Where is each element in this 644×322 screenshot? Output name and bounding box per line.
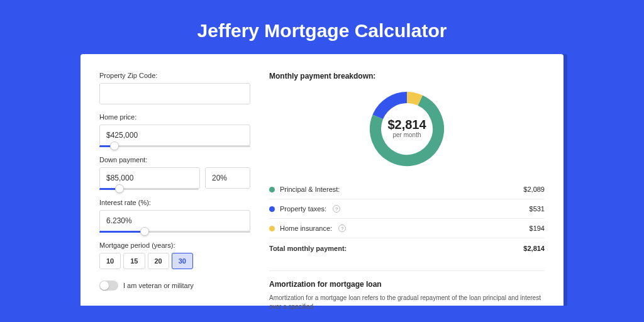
veteran-toggle-label: I am veteran or military — [123, 282, 194, 289]
legend-value-principal: $2,089 — [523, 186, 545, 193]
interest-slider-fill — [99, 231, 145, 233]
legend-row-insurance: Home insurance: ? $194 — [269, 219, 545, 238]
form-column: Property Zip Code: Home price: Down paym… — [99, 72, 250, 306]
period-option-10[interactable]: 10 — [99, 253, 121, 269]
legend-label-taxes: Property taxes: — [280, 205, 326, 213]
legend-label-principal: Principal & Interest: — [280, 186, 340, 193]
donut-center-label: per month — [392, 131, 421, 138]
legend-dot-insurance — [269, 226, 275, 231]
legend-dot-principal — [269, 187, 275, 192]
veteran-toggle-knob — [100, 281, 109, 290]
breakdown-title: Monthly payment breakdown: — [269, 72, 545, 80]
period-label: Mortgage period (years): — [99, 242, 250, 249]
breakdown-column: Monthly payment breakdown: $2,814 per mo… — [269, 72, 545, 306]
amortization-title: Amortization for mortgage loan — [269, 280, 545, 289]
legend-dot-taxes — [269, 206, 275, 212]
veteran-toggle[interactable] — [99, 280, 118, 291]
donut-chart: $2,814 per month — [269, 88, 545, 170]
interest-label: Interest rate (%): — [99, 199, 250, 206]
period-option-15[interactable]: 15 — [123, 253, 145, 269]
down-payment-slider-thumb[interactable] — [115, 184, 124, 193]
down-payment-slider[interactable] — [99, 188, 199, 190]
legend-value-taxes: $531 — [530, 205, 545, 213]
legend-value-total: $2,814 — [523, 245, 545, 252]
donut-center-amount: $2,814 — [387, 118, 426, 131]
amortization-text: Amortization for a mortgage loan refers … — [269, 294, 545, 311]
veteran-toggle-row: I am veteran or military — [99, 280, 250, 291]
amortization-section: Amortization for mortgage loan Amortizat… — [269, 270, 545, 311]
zip-field-group: Property Zip Code: — [99, 72, 250, 104]
down-payment-amount-input[interactable] — [99, 167, 200, 189]
period-option-20[interactable]: 20 — [148, 253, 169, 269]
interest-input[interactable] — [99, 210, 250, 231]
interest-slider-thumb[interactable] — [140, 227, 149, 236]
legend-value-insurance: $194 — [530, 225, 545, 232]
period-option-30[interactable]: 30 — [172, 253, 193, 269]
legend-label-insurance: Home insurance: — [280, 225, 332, 232]
home-price-slider-thumb[interactable] — [110, 142, 119, 150]
help-icon[interactable]: ? — [333, 205, 340, 213]
home-price-slider[interactable] — [99, 145, 250, 147]
legend-row-taxes: Property taxes: ? $531 — [269, 199, 545, 219]
legend-row-total: Total monthly payment: $2,814 — [269, 238, 545, 258]
down-payment-label: Down payment: — [99, 156, 250, 164]
interest-field-group: Interest rate (%): — [99, 199, 250, 233]
home-price-input[interactable] — [99, 125, 250, 146]
home-price-field-group: Home price: — [99, 113, 250, 147]
down-payment-field-group: Down payment: — [99, 156, 250, 190]
donut-svg: $2,814 per month — [366, 88, 448, 170]
period-field-group: Mortgage period (years): 10 15 20 30 — [99, 242, 250, 269]
down-payment-percent-input[interactable] — [205, 167, 250, 189]
home-price-label: Home price: — [99, 113, 250, 121]
page-title: Jeffery Mortgage Calculator — [0, 0, 644, 54]
calculator-card: Property Zip Code: Home price: Down paym… — [80, 54, 564, 306]
legend-label-total: Total monthly payment: — [269, 245, 347, 252]
period-options: 10 15 20 30 — [99, 253, 250, 269]
legend-row-principal: Principal & Interest: $2,089 — [269, 180, 545, 199]
zip-label: Property Zip Code: — [99, 72, 250, 79]
interest-slider[interactable] — [99, 231, 250, 233]
zip-input[interactable] — [99, 83, 250, 104]
help-icon[interactable]: ? — [338, 225, 346, 232]
